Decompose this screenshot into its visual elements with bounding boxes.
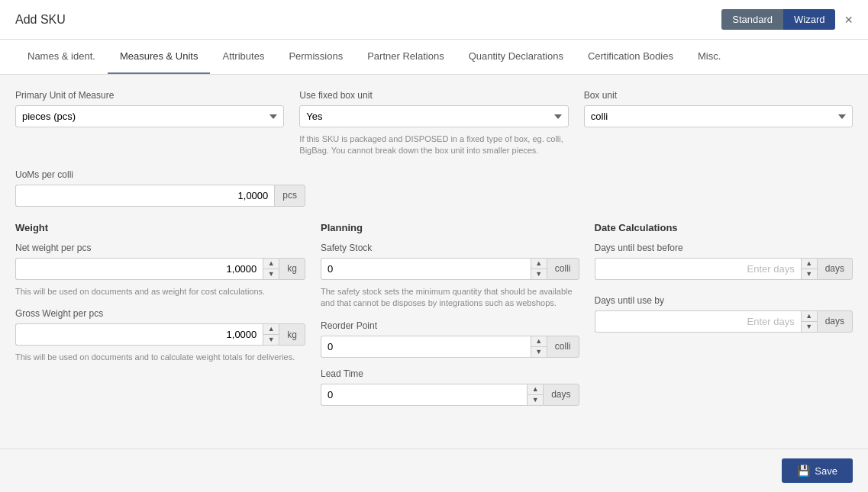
gross-weight-label: Gross Weight per pcs — [15, 308, 305, 319]
planning-heading: Planning — [321, 222, 579, 233]
gross-weight-up[interactable]: ▲ — [263, 324, 279, 334]
reorder-down[interactable]: ▼ — [531, 346, 547, 357]
save-button[interactable]: 💾 Save — [782, 458, 853, 483]
tab-attributes[interactable]: Attributes — [210, 40, 276, 74]
box-unit-select[interactable]: colli — [584, 105, 853, 127]
use-by-unit: days — [817, 310, 853, 333]
net-weight-up[interactable]: ▲ — [263, 259, 279, 269]
net-weight-label: Net weight per pcs — [15, 243, 305, 253]
main-content: Primary Unit of Measure pieces (pcs) Use… — [0, 75, 868, 490]
primary-unit-group: Primary Unit of Measure pieces (pcs) — [15, 90, 284, 157]
planning-section: Planning Safety Stock ▲ ▼ colli The safe… — [321, 222, 579, 406]
reorder-up[interactable]: ▲ — [531, 336, 547, 346]
lead-time-label: Lead Time — [321, 368, 579, 379]
tab-certification[interactable]: Certification Bodies — [576, 40, 686, 74]
gross-weight-down[interactable]: ▼ — [263, 334, 279, 345]
reorder-unit: colli — [547, 336, 579, 358]
uoms-per-colli-unit: pcs — [274, 185, 305, 207]
page-footer: 💾 Save — [0, 449, 868, 490]
safety-stock-label: Safety Stock — [321, 243, 579, 253]
use-by-input[interactable] — [595, 310, 801, 333]
gross-weight-group: Gross Weight per pcs ▲ ▼ kg This will be… — [15, 308, 305, 363]
lead-time-unit: days — [543, 384, 579, 406]
box-unit-label: Box unit — [584, 90, 853, 101]
standard-button[interactable]: Standard — [721, 9, 783, 30]
app-header: Add SKU Standard Wizard × — [0, 0, 868, 40]
uoms-per-colli-label: UoMs per colli — [15, 169, 305, 180]
safety-stock-down[interactable]: ▼ — [531, 269, 547, 279]
best-before-up[interactable]: ▲ — [802, 259, 817, 269]
lead-time-group: Lead Time ▲ ▼ days — [321, 368, 579, 406]
tab-partner[interactable]: Partner Relations — [355, 40, 456, 74]
use-fixed-box-label: Use fixed box unit — [299, 90, 568, 101]
best-before-label: Days until best before — [595, 243, 853, 253]
tab-bar: Names & ident. Measures & Units Attribut… — [0, 40, 868, 75]
primary-unit-select[interactable]: pieces (pcs) — [15, 105, 284, 127]
net-weight-unit: kg — [279, 258, 305, 280]
weight-section: Weight Net weight per pcs ▲ ▼ kg This wi… — [15, 222, 305, 406]
save-label: Save — [815, 465, 837, 477]
gross-weight-help: This will be used on documents and to ca… — [15, 352, 305, 363]
wizard-button[interactable]: Wizard — [783, 9, 835, 30]
use-by-label: Days until use by — [595, 295, 853, 306]
bottom-sections: Weight Net weight per pcs ▲ ▼ kg This wi… — [15, 222, 853, 406]
safety-stock-help: The safety stock sets the minimum quanti… — [321, 286, 579, 310]
use-fixed-box-help: If this SKU is packaged and DISPOSED in … — [299, 133, 568, 157]
lead-time-down[interactable]: ▼ — [528, 394, 543, 405]
tab-measures[interactable]: Measures & Units — [108, 40, 211, 74]
uoms-per-colli-group: UoMs per colli 1,0000 pcs — [15, 169, 305, 207]
save-icon: 💾 — [797, 465, 810, 477]
lead-time-input[interactable] — [321, 384, 527, 406]
uoms-row: UoMs per colli 1,0000 pcs — [15, 169, 853, 207]
safety-stock-up[interactable]: ▲ — [531, 259, 547, 269]
tab-quantity[interactable]: Quantity Declarations — [457, 40, 576, 74]
use-by-up[interactable]: ▲ — [802, 311, 817, 321]
box-unit-group: Box unit colli — [584, 90, 853, 157]
net-weight-input[interactable] — [15, 258, 263, 280]
primary-unit-label: Primary Unit of Measure — [15, 90, 284, 101]
best-before-down[interactable]: ▼ — [802, 269, 817, 279]
date-calculations-section: Date Calculations Days until best before… — [595, 222, 853, 406]
tab-names[interactable]: Names & ident. — [15, 40, 108, 74]
reorder-input[interactable] — [321, 336, 531, 358]
use-fixed-box-select[interactable]: Yes No — [299, 105, 568, 127]
weight-heading: Weight — [15, 222, 305, 233]
header-actions: Standard Wizard × — [721, 9, 853, 30]
net-weight-down[interactable]: ▼ — [263, 269, 279, 279]
tab-permissions[interactable]: Permissions — [276, 40, 355, 74]
uoms-per-colli-input[interactable]: 1,0000 — [15, 185, 274, 207]
net-weight-help: This will be used on documents and as we… — [15, 286, 305, 297]
gross-weight-input[interactable] — [15, 323, 263, 346]
close-button[interactable]: × — [844, 13, 853, 27]
use-fixed-box-group: Use fixed box unit Yes No If this SKU is… — [299, 90, 568, 157]
safety-stock-input[interactable] — [321, 258, 531, 280]
lead-time-up[interactable]: ▲ — [528, 384, 543, 394]
tab-misc[interactable]: Misc. — [686, 40, 733, 74]
best-before-input[interactable] — [595, 258, 801, 280]
best-before-group: Days until best before ▲ ▼ days — [595, 243, 853, 280]
use-by-group: Days until use by ▲ ▼ days — [595, 295, 853, 333]
reorder-group: Reorder Point ▲ ▼ colli — [321, 320, 579, 358]
safety-stock-group: Safety Stock ▲ ▼ colli The safety stock … — [321, 243, 579, 310]
use-by-down[interactable]: ▼ — [802, 321, 817, 332]
page-title: Add SKU — [15, 13, 66, 27]
safety-stock-unit: colli — [547, 258, 579, 280]
reorder-label: Reorder Point — [321, 320, 579, 331]
net-weight-group: Net weight per pcs ▲ ▼ kg This will be u… — [15, 243, 305, 297]
date-calc-heading: Date Calculations — [595, 222, 853, 233]
best-before-unit: days — [817, 258, 853, 280]
gross-weight-unit: kg — [279, 323, 305, 346]
